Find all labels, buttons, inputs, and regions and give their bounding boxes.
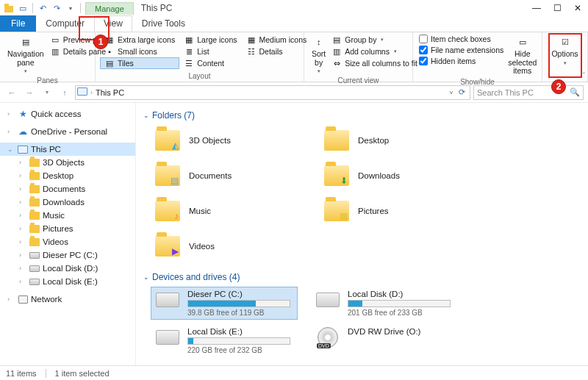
explorer-icon bbox=[3, 2, 15, 14]
layout-extra-large[interactable]: ▦Extra large icons bbox=[100, 34, 179, 46]
fit-icon: ⇔ bbox=[331, 58, 342, 68]
tree-item[interactable]: ›3D Objects bbox=[0, 156, 135, 169]
address-dropdown-icon[interactable]: v bbox=[450, 89, 453, 96]
tree-item[interactable]: ›Pictures bbox=[0, 222, 135, 235]
layout-small[interactable]: ▪Small icons bbox=[100, 46, 179, 57]
history-dropdown[interactable]: ▾ bbox=[40, 85, 54, 100]
context-tab-manage[interactable]: Manage bbox=[85, 2, 134, 15]
drive-name: Local Disk (E:) bbox=[187, 327, 290, 336]
tree-item[interactable]: ›Videos bbox=[0, 235, 135, 248]
tree-item[interactable]: ›Local Disk (E:) bbox=[0, 275, 135, 288]
capacity-bar bbox=[187, 337, 290, 345]
collapse-ribbon-button[interactable]: ˇ bbox=[583, 72, 585, 80]
folder-tile[interactable]: ♪Music bbox=[151, 196, 298, 226]
layout-large[interactable]: ▦Large icons bbox=[179, 34, 241, 46]
folder-icon: ▤ bbox=[155, 163, 180, 188]
folder-icon bbox=[29, 210, 40, 221]
group-by-button[interactable]: ▤Group by▾ bbox=[329, 34, 420, 46]
tree-label: Pictures bbox=[43, 224, 74, 233]
undo-icon[interactable]: ↶ bbox=[37, 2, 49, 14]
folder-tile[interactable]: Desktop bbox=[320, 125, 467, 156]
drive-tile[interactable]: Local Disk (D:)201 GB free of 233 GB bbox=[311, 287, 458, 320]
folder-tile[interactable]: ◭3D Objects bbox=[151, 125, 298, 156]
window-title: This PC bbox=[134, 3, 173, 13]
tab-computer[interactable]: Computer bbox=[36, 15, 94, 32]
folder-icon: ♪ bbox=[155, 198, 180, 223]
layout-content[interactable]: ☰Content bbox=[179, 57, 241, 69]
tree-item[interactable]: ›Downloads bbox=[0, 196, 135, 209]
capacity-bar bbox=[348, 300, 451, 307]
tree-item[interactable]: ›Documents bbox=[0, 182, 135, 196]
options-button[interactable]: ☑ Options ▾ bbox=[548, 34, 581, 71]
tree-item[interactable]: ›Dieser PC (C:) bbox=[0, 248, 135, 262]
ribbon: ▤ Navigation pane ▾ ▭Preview pane ▥Detai… bbox=[0, 32, 588, 82]
search-icon: 🔍 bbox=[570, 87, 580, 97]
drive-tile[interactable]: DVD RW Drive (O:) bbox=[311, 324, 458, 357]
layout-details[interactable]: ☷Details bbox=[242, 46, 312, 57]
layout-list[interactable]: ≣List bbox=[179, 46, 241, 57]
back-button[interactable]: ← bbox=[4, 85, 19, 100]
item-check-boxes-toggle[interactable]: Item check boxes bbox=[417, 34, 505, 44]
folder-tile[interactable]: ⬇Downloads bbox=[320, 160, 467, 191]
redo-icon[interactable]: ↷ bbox=[51, 2, 62, 14]
file-extensions-toggle[interactable]: File name extensions bbox=[417, 45, 505, 55]
drive-tile[interactable]: Local Disk (E:)220 GB free of 232 GB bbox=[151, 324, 298, 357]
folders-grid: ◭3D ObjectsDesktop▤Documents⬇Downloads♪M… bbox=[151, 125, 581, 262]
qat-dropdown-icon[interactable]: ▾ bbox=[65, 2, 76, 14]
properties-icon[interactable]: ▭ bbox=[17, 2, 29, 14]
folder-tile[interactable]: ▶Videos bbox=[151, 231, 298, 262]
tree-this-pc[interactable]: ⌄This PC bbox=[0, 143, 135, 156]
breadcrumb[interactable]: This PC bbox=[96, 88, 124, 97]
hide-selected-button[interactable]: ▭ Hide selected items bbox=[505, 34, 539, 77]
tab-file[interactable]: File bbox=[0, 15, 36, 32]
up-button[interactable]: ↑ bbox=[57, 85, 72, 100]
drive-icon bbox=[29, 250, 40, 260]
folder-tile[interactable]: ▦Pictures bbox=[320, 196, 467, 226]
tree-quick-access[interactable]: ›★Quick access bbox=[0, 107, 135, 121]
hide-icon: ▭ bbox=[516, 35, 529, 49]
content-area[interactable]: ⌄Folders (7) ◭3D ObjectsDesktop▤Document… bbox=[136, 103, 588, 365]
svg-rect-1 bbox=[4, 4, 9, 6]
close-button[interactable]: ✕ bbox=[567, 1, 588, 15]
tree-item[interactable]: ›Music bbox=[0, 209, 135, 222]
capacity-bar bbox=[187, 300, 290, 307]
navigation-pane-icon: ▤ bbox=[19, 35, 32, 49]
layout-label: Large icons bbox=[197, 35, 237, 44]
group-options: ☑ Options ▾ bbox=[542, 32, 588, 82]
drives-section-header[interactable]: ⌄Devices and drives (4) bbox=[143, 272, 581, 282]
minimize-button[interactable]: — bbox=[526, 1, 547, 15]
tree-onedrive[interactable]: ›☁OneDrive - Personal bbox=[0, 125, 135, 138]
folders-section-header[interactable]: ⌄Folders (7) bbox=[143, 110, 581, 121]
folder-icon bbox=[29, 184, 40, 194]
group-panes: ▤ Navigation pane ▾ ▭Preview pane ▥Detai… bbox=[0, 32, 96, 82]
drive-icon bbox=[29, 276, 40, 287]
tab-drive-tools[interactable]: Drive Tools bbox=[132, 15, 195, 32]
address-bar[interactable]: › This PC v ⟳ bbox=[75, 85, 470, 100]
tree-network[interactable]: ›Network bbox=[0, 293, 135, 306]
hidden-items-toggle[interactable]: Hidden items bbox=[417, 56, 505, 66]
drive-icon bbox=[316, 293, 340, 307]
layout-label: Small icons bbox=[118, 47, 157, 56]
hide-selected-label: Hide selected items bbox=[508, 50, 537, 76]
layout-medium[interactable]: ▦Medium icons bbox=[242, 34, 312, 46]
add-columns-button[interactable]: ▥Add columns▾ bbox=[329, 46, 420, 57]
options-label: Options bbox=[551, 50, 578, 59]
drive-tile[interactable]: Dieser PC (C:)39.8 GB free of 119 GB bbox=[151, 287, 298, 320]
tree-item[interactable]: ›Desktop bbox=[0, 169, 135, 182]
navigation-pane-button[interactable]: ▤ Navigation pane ▾ bbox=[4, 34, 47, 76]
group-icon: ▤ bbox=[331, 35, 342, 45]
navigation-tree[interactable]: ›★Quick access ›☁OneDrive - Personal ⌄Th… bbox=[0, 103, 136, 365]
size-columns-button[interactable]: ⇔Size all columns to fit bbox=[329, 57, 420, 69]
star-icon: ★ bbox=[18, 109, 28, 119]
sort-by-button[interactable]: ↕ Sort by ▾ bbox=[309, 34, 329, 76]
tree-item[interactable]: ›Local Disk (D:) bbox=[0, 262, 135, 275]
folder-tile[interactable]: ▤Documents bbox=[151, 160, 298, 191]
refresh-button[interactable]: ⟳ bbox=[456, 87, 468, 97]
layout-tiles[interactable]: ▤Tiles bbox=[100, 57, 179, 69]
grid-icon: ▦ bbox=[104, 35, 115, 45]
tree-label: Dieser PC (C:) bbox=[43, 251, 98, 259]
layout-label: Tiles bbox=[118, 59, 134, 68]
tab-view[interactable]: View bbox=[94, 15, 132, 32]
maximize-button[interactable]: ☐ bbox=[547, 1, 567, 15]
forward-button[interactable]: → bbox=[22, 85, 37, 100]
